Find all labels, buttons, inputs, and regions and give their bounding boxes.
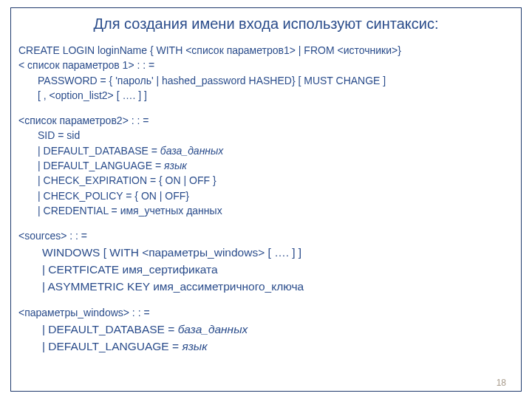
code-line: | DEFAULT_DATABASE = база_данных	[18, 321, 514, 338]
code-line: CREATE LOGIN loginName { WITH <список па…	[18, 43, 514, 58]
slide-frame: Для создания имени входа используют синт…	[10, 7, 522, 392]
syntax-block-2: <список параметров2> : : = SID = sid | D…	[18, 113, 514, 218]
syntax-block-3: <sources> : : = WINDOWS [ WITH <параметр…	[18, 228, 514, 295]
code-line: SID = sid	[18, 128, 514, 143]
code-line: <список параметров2> : : =	[18, 113, 514, 128]
code-line: | DEFAULT_LANGUAGE = язык	[18, 338, 514, 355]
code-line: | CHECK_POLICY = { ON | OFF}	[18, 188, 514, 203]
page-number: 18	[497, 378, 506, 388]
code-line: | CREDENTIAL = имя_учетных данных	[18, 203, 514, 218]
code-line: <sources> : : =	[18, 228, 514, 243]
syntax-block-4: <параметры_windows> : : = | DEFAULT_DATA…	[18, 305, 514, 355]
code-line: < список параметров 1> : : =	[18, 58, 514, 72]
slide-title: Для создания имени входа используют синт…	[11, 16, 521, 33]
syntax-block-1: CREATE LOGIN loginName { WITH <список па…	[18, 43, 514, 103]
code-line: | DEFAULT_LANGUAGE = язык	[18, 158, 514, 173]
slide-content: CREATE LOGIN loginName { WITH <список па…	[11, 43, 521, 355]
code-line: | CERTFICATE имя_сертификата	[18, 261, 514, 278]
code-line: WINDOWS [ WITH <параметры_windows> [ …. …	[18, 244, 514, 261]
code-line: | DEFAULT_DATABASE = база_данных	[18, 143, 514, 158]
code-line: | CHECK_EXPIRATION = { ON | OFF }	[18, 173, 514, 188]
code-line: | ASYMMETRIC KEY имя_ассиметричного_ключ…	[18, 278, 514, 295]
code-line: PASSWORD = { 'пароль' | hashed_password …	[18, 73, 514, 88]
code-line: [ , <option_list2> [ …. ] ]	[18, 88, 514, 103]
code-line: <параметры_windows> : : =	[18, 305, 514, 320]
